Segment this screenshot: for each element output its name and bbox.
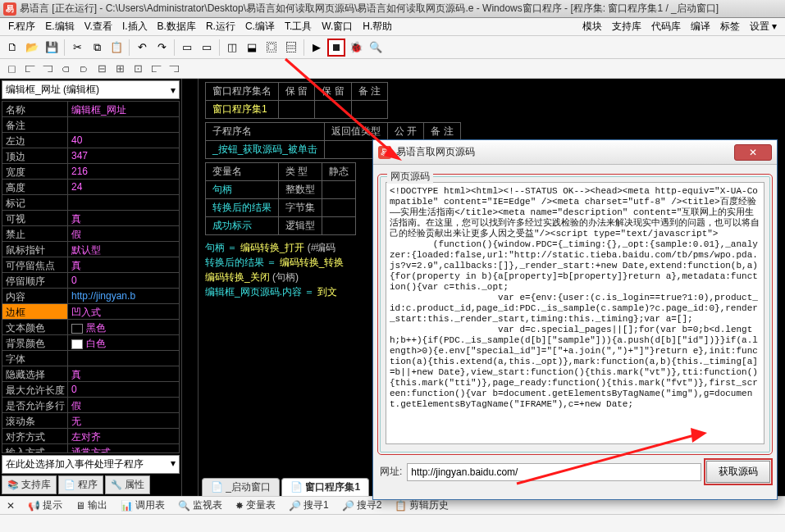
align2-button[interactable]: ⫍ <box>21 61 38 77</box>
new-button[interactable]: 🗋 <box>3 39 21 57</box>
tab-properties[interactable]: 🔧 属性 <box>105 475 150 494</box>
variable-table: 变量名类 型静态 句柄整数型 转换后的结果字节集 成功标示逻辑型 <box>205 162 356 235</box>
menu-compile2[interactable]: 编译 <box>686 18 715 35</box>
undo-button[interactable]: ↶ <box>133 39 151 57</box>
code-tab-startup[interactable]: 📄 _启动窗口 <box>202 478 280 496</box>
property-row[interactable]: 字体 <box>2 351 179 366</box>
layout2-button[interactable]: ⬓ <box>243 39 261 57</box>
app-icon: 易 <box>3 2 16 16</box>
bb-find1[interactable]: 🔎 搜寻1 <box>285 497 332 514</box>
property-row[interactable]: 标记 <box>2 195 179 211</box>
menu-db[interactable]: B.数据库 <box>153 18 201 35</box>
menu-tools[interactable]: T.工具 <box>280 18 317 35</box>
tab-program[interactable]: 📄 程序 <box>58 475 103 494</box>
cut-button[interactable]: ✂ <box>68 39 86 57</box>
stop-button[interactable] <box>327 39 345 57</box>
window-title: 易语言 [正在运行] - C:\Users\Administrator\Desk… <box>20 2 719 16</box>
menu-run[interactable]: R.运行 <box>201 18 240 35</box>
menu-window[interactable]: W.窗口 <box>317 18 358 35</box>
align1-button[interactable]: ◻ <box>3 61 20 77</box>
bb-tips[interactable]: 📢 提示 <box>25 497 66 514</box>
properties-panel: 编辑框_网址 (编辑框)▾ 名称编辑框_网址备注左边40顶边347宽度216高度… <box>0 79 182 496</box>
align10-button[interactable]: ⫎ <box>166 61 182 77</box>
main-toolbar: 🗋 📂 💾 ✂ ⧉ 📋 ↶ ↷ ▭ ▭ ◫ ⬓ ⿴ ⿳ ▶ 🐞 🔍 <box>0 36 785 59</box>
align8-button[interactable]: ⊡ <box>130 61 146 77</box>
property-row[interactable]: 边框凹入式 <box>2 304 179 320</box>
layout4-button[interactable]: ⿳ <box>282 39 300 57</box>
property-row[interactable]: 可停留焦点真 <box>2 257 179 273</box>
align6-button[interactable]: ⊟ <box>94 61 110 77</box>
align7-button[interactable]: ⊞ <box>112 61 128 77</box>
bb-output[interactable]: 🖥 输出 <box>72 497 111 514</box>
event-selector[interactable]: 在此处选择加入事件处理子程序▾ <box>2 455 180 474</box>
url-input[interactable] <box>407 463 701 481</box>
property-row[interactable]: 可视真 <box>2 211 179 226</box>
property-row[interactable]: 禁止假 <box>2 226 179 242</box>
find-button[interactable]: 🔍 <box>367 39 385 57</box>
menu-codelib[interactable]: 代码库 <box>646 18 686 35</box>
menu-insert[interactable]: I.插入 <box>117 18 153 35</box>
property-row[interactable]: 宽度216 <box>2 164 179 180</box>
property-row[interactable]: 最大允许长度0 <box>2 382 179 398</box>
source-group: 网页源码 <box>380 176 770 452</box>
property-row[interactable]: 背景颜色白色 <box>2 335 179 351</box>
gutter <box>182 79 199 496</box>
win2-button[interactable]: ▭ <box>198 39 216 57</box>
open-button[interactable]: 📂 <box>23 39 41 57</box>
property-row[interactable]: 隐藏选择真 <box>2 366 179 382</box>
property-row[interactable]: 对齐方式左对齐 <box>2 429 179 444</box>
property-grid[interactable]: 名称编辑框_网址备注左边40顶边347宽度216高度24标记可视真禁止假鼠标指针… <box>2 101 180 453</box>
copy-button[interactable]: ⧉ <box>88 39 106 57</box>
app-icon: 易 <box>378 146 391 159</box>
save-button[interactable]: 💾 <box>43 39 61 57</box>
property-row[interactable]: 停留顺序0 <box>2 273 179 289</box>
group-label: 网页源码 <box>387 170 433 184</box>
align9-button[interactable]: ⫍ <box>148 61 164 77</box>
align5-button[interactable]: ⫐ <box>75 61 92 77</box>
menu-settings[interactable]: 设置 ▾ <box>745 18 782 35</box>
property-row[interactable]: 滚动条无 <box>2 413 179 429</box>
property-row[interactable]: 是否允许多行假 <box>2 398 179 413</box>
property-row[interactable]: 名称编辑框_网址 <box>2 102 179 117</box>
property-row[interactable]: 鼠标指针默认型 <box>2 242 179 257</box>
close-button[interactable]: ✕ <box>734 144 772 161</box>
debug-button[interactable]: 🐞 <box>347 39 365 57</box>
chevron-down-icon: ▾ <box>772 20 777 32</box>
menu-file[interactable]: F.程序 <box>3 18 40 35</box>
align4-button[interactable]: ⫏ <box>57 61 74 77</box>
menu-compile[interactable]: C.编译 <box>240 18 280 35</box>
bb-close[interactable]: ✕ <box>3 498 18 513</box>
bb-vars[interactable]: ✸ 变量表 <box>232 497 279 514</box>
bb-call[interactable]: 📊 调用表 <box>117 497 168 514</box>
menu-help[interactable]: H.帮助 <box>358 18 397 35</box>
property-row[interactable]: 左边40 <box>2 133 179 148</box>
bb-watch[interactable]: 🔍 监视表 <box>175 497 226 514</box>
menu-module[interactable]: 模块 <box>577 18 607 35</box>
url-label: 网址: <box>380 465 402 479</box>
property-row[interactable]: 顶边347 <box>2 148 179 164</box>
run-button[interactable]: ▶ <box>308 39 326 57</box>
tab-support[interactable]: 📚 支持库 <box>2 475 57 494</box>
result-dialog: 易 易语言取网页源码 ✕ 网页源码 网址: 获取源码 <box>372 139 778 500</box>
menu-view[interactable]: V.查看 <box>80 18 117 35</box>
property-row[interactable]: 输入方式通常方式 <box>2 444 179 453</box>
property-row[interactable]: 文本颜色黑色 <box>2 320 179 335</box>
layout1-button[interactable]: ◫ <box>223 39 241 57</box>
menu-tags[interactable]: 标签 <box>715 18 745 35</box>
dialog-title: 易语言取网页源码 <box>396 145 734 159</box>
chevron-down-icon: ▾ <box>171 457 176 471</box>
win1-button[interactable]: ▭ <box>178 39 196 57</box>
redo-button[interactable]: ↷ <box>153 39 171 57</box>
paste-button[interactable]: 📋 <box>107 39 126 57</box>
fetch-button[interactable]: 获取源码 <box>706 461 770 483</box>
component-selector[interactable]: 编辑框_网址 (编辑框)▾ <box>2 80 180 99</box>
menu-support[interactable]: 支持库 <box>607 18 646 35</box>
property-row[interactable]: 备注 <box>2 117 179 133</box>
property-row[interactable]: 高度24 <box>2 180 179 195</box>
property-row[interactable]: 内容http://jingyan.b <box>2 289 179 304</box>
menu-edit[interactable]: E.编辑 <box>40 18 79 35</box>
code-tab-programset[interactable]: 📄 窗口程序集1 <box>281 478 369 496</box>
align3-button[interactable]: ⫎ <box>39 61 56 77</box>
layout3-button[interactable]: ⿴ <box>262 39 281 57</box>
source-textarea[interactable] <box>386 182 764 444</box>
